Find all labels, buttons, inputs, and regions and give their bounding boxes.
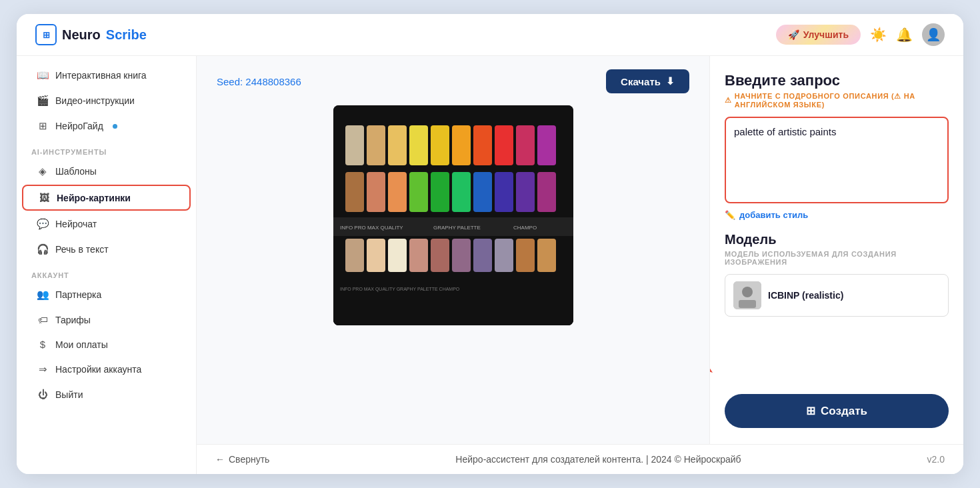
add-style-label: добавить стиль: [739, 210, 808, 220]
section-account-label: АККАУНТ: [17, 262, 196, 282]
right-panel: Введите запрос ⚠ НАЧНИТЕ С ПОДРОБНОГО ОП…: [710, 56, 963, 444]
content-area: Seed: 2448808366 Скачать ⬇: [197, 56, 963, 474]
create-button[interactable]: ⊞ Создать: [725, 394, 949, 428]
svg-rect-40: [739, 300, 756, 308]
sidebar-item-label: Интерактивная книга: [55, 70, 147, 81]
palette-image: INFO PRO MAX QUALITY GRAPHY PALETTE CHAM…: [333, 105, 573, 325]
svg-rect-27: [388, 239, 407, 272]
svg-rect-12: [367, 172, 385, 212]
create-label: Создать: [821, 405, 867, 418]
sidebar-item-label: Шаблоны: [55, 166, 97, 177]
svg-rect-2: [367, 125, 385, 165]
model-selector[interactable]: ICBINP (realistic): [725, 274, 949, 317]
add-style-button[interactable]: ✏️ добавить стиль: [725, 210, 949, 220]
video-icon: 🎬: [37, 95, 49, 107]
logo-scribe: Scribe: [106, 27, 147, 43]
collapse-icon: ←: [215, 454, 225, 465]
chat-icon: 💬: [37, 218, 49, 230]
sidebar-item-neuro-chat[interactable]: 💬 Нейрочат: [22, 212, 191, 236]
svg-rect-30: [452, 239, 471, 272]
sidebar-item-label: Нейро-картинки: [57, 193, 131, 203]
headphones-icon: 🎧: [37, 243, 49, 255]
logo-neuro: Neuro: [62, 27, 101, 43]
svg-rect-11: [345, 172, 364, 212]
download-button[interactable]: Скачать ⬇: [606, 69, 689, 93]
image-panel: Seed: 2448808366 Скачать ⬇: [197, 56, 710, 444]
svg-rect-19: [516, 172, 535, 212]
sidebar-item-account-settings[interactable]: ⇒ Настройки аккаунта: [22, 357, 191, 381]
download-label: Скачать: [621, 76, 661, 87]
bell-icon: 🔔: [896, 27, 913, 43]
sidebar-item-label: Настройки аккаунта: [55, 364, 141, 375]
request-subtitle: ⚠ НАЧНИТЕ С ПОДРОБНОГО ОПИСАНИЯ (⚠ НА АН…: [725, 92, 949, 109]
avatar[interactable]: 👤: [922, 23, 945, 46]
svg-rect-13: [388, 172, 407, 212]
top-right-actions: 🚀 Улучшить ☀️ 🔔 👤: [776, 23, 945, 46]
svg-point-39: [742, 287, 753, 297]
svg-rect-28: [409, 239, 428, 272]
svg-text:GRAPHY PALETTE: GRAPHY PALETTE: [433, 225, 481, 231]
model-subtitle: МОДЕЛЬ ИСПОЛЬЗУЕМАЯ ДЛЯ СОЗДАНИЯ ИЗОБРАЖ…: [725, 250, 949, 266]
sidebar-item-neuro-guide[interactable]: ⊞ НейроГайд: [22, 114, 191, 138]
sidebar-item-partner[interactable]: 👥 Партнерка: [22, 283, 191, 307]
upgrade-button[interactable]: 🚀 Улучшить: [776, 25, 861, 45]
add-style-icon: ✏️: [725, 210, 735, 220]
sidebar-item-logout[interactable]: ⏻ Выйти: [22, 383, 191, 406]
sidebar-item-label: Мои оплаты: [55, 339, 108, 350]
theme-toggle-button[interactable]: ☀️: [870, 27, 887, 43]
collapse-button[interactable]: ← Свернуть: [215, 454, 269, 465]
create-icon: ⊞: [806, 404, 815, 418]
footer-text: Нейро-ассистент для создателей контента.…: [455, 454, 741, 465]
svg-rect-1: [345, 125, 364, 165]
templates-icon: ◈: [37, 165, 49, 177]
svg-rect-7: [473, 125, 492, 165]
svg-rect-5: [431, 125, 449, 165]
sidebar-item-payments[interactable]: $ Мои оплаты: [22, 333, 191, 356]
top-bar: ⊞ NeuroScribe 🚀 Улучшить ☀️ 🔔 👤: [17, 14, 963, 56]
footer-version: v2.0: [927, 454, 945, 465]
sidebar-item-interactive-book[interactable]: 📖 Интерактивная книга: [22, 63, 191, 87]
sidebar-item-label: Выйти: [55, 389, 83, 400]
sidebar-item-video-instructions[interactable]: 🎬 Видео-инструкции: [22, 89, 191, 113]
main-layout: 📖 Интерактивная книга 🎬 Видео-инструкции…: [17, 56, 963, 474]
logo: ⊞ NeuroScribe: [35, 24, 147, 45]
content-inner: Seed: 2448808366 Скачать ⬇: [197, 56, 963, 444]
request-title: Введите запрос: [725, 72, 949, 89]
prompt-textarea[interactable]: palette of artistic paints: [725, 117, 949, 203]
svg-rect-15: [431, 172, 449, 212]
svg-rect-26: [367, 239, 385, 272]
subtitle-text: НАЧНИТЕ С ПОДРОБНОГО ОПИСАНИЯ (⚠ НА АНГЛ…: [735, 92, 949, 109]
svg-text:INFO PRO MAX QUALITY GRAPHY PA: INFO PRO MAX QUALITY GRAPHY PALETTE CHAM…: [340, 287, 460, 292]
svg-rect-9: [516, 125, 535, 165]
collapse-label: Свернуть: [229, 454, 269, 465]
svg-rect-33: [516, 239, 535, 272]
logout-icon: ⏻: [37, 389, 49, 400]
sidebar-item-label: Нейрочат: [55, 219, 97, 229]
svg-text:INFO PRO MAX QUALITY: INFO PRO MAX QUALITY: [340, 225, 403, 231]
sidebar-item-tariffs[interactable]: 🏷 Тарифы: [22, 308, 191, 331]
notification-dot: [113, 124, 117, 129]
sidebar: 📖 Интерактивная книга 🎬 Видео-инструкции…: [17, 56, 197, 474]
warning-icon: ⚠: [725, 96, 732, 105]
section-ai-label: AI-ИНСТРУМЕНТЫ: [17, 139, 196, 159]
model-thumbnail: [733, 281, 761, 309]
svg-rect-25: [345, 239, 364, 272]
sidebar-item-label: Речь в текст: [55, 244, 109, 255]
sidebar-item-templates[interactable]: ◈ Шаблоны: [22, 159, 191, 183]
svg-rect-8: [495, 125, 513, 165]
generated-image: INFO PRO MAX QUALITY GRAPHY PALETTE CHAM…: [333, 105, 573, 325]
sidebar-item-label: Партнерка: [55, 289, 101, 300]
sidebar-item-neuro-pictures[interactable]: 🖼 Нейро-картинки: [22, 185, 191, 211]
svg-rect-3: [388, 125, 407, 165]
user-icon: 👤: [926, 27, 941, 42]
notifications-button[interactable]: 🔔: [896, 27, 913, 43]
app-window: ⊞ NeuroScribe 🚀 Улучшить ☀️ 🔔 👤: [17, 14, 963, 474]
download-icon: ⬇: [666, 75, 675, 87]
upgrade-icon: 🚀: [788, 29, 799, 40]
partner-icon: 👥: [37, 289, 49, 301]
dollar-icon: $: [37, 339, 49, 350]
footer: ← Свернуть Нейро-ассистент для создателе…: [197, 444, 963, 474]
sidebar-item-speech-text[interactable]: 🎧 Речь в текст: [22, 237, 191, 261]
arrow-to-create: [710, 344, 730, 384]
sidebar-item-label: Видео-инструкции: [55, 95, 135, 106]
